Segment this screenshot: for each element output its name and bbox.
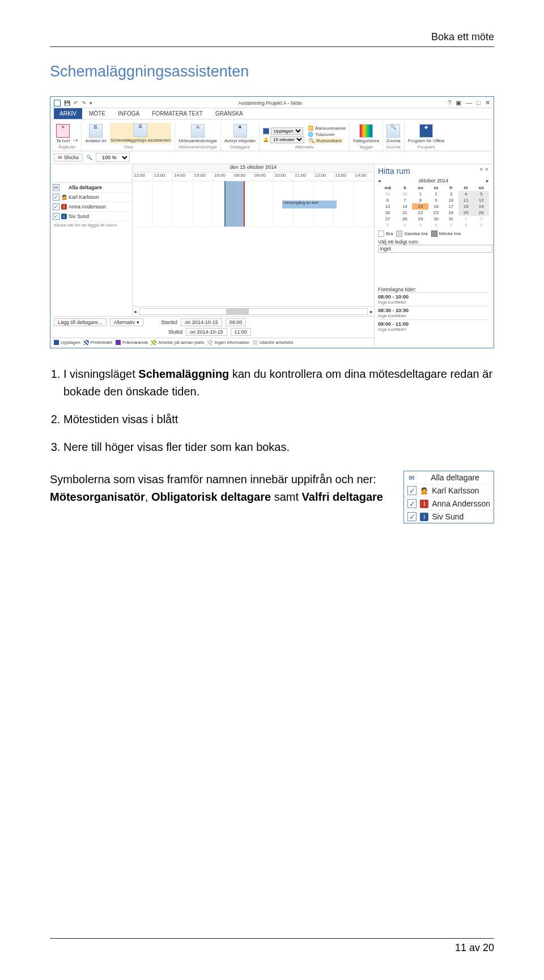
group-label: Mötesanteckningar [178,144,217,150]
ribbon-tabs: ARKIV MÖTE INFOGA FORMATERA TEXT GRANSKA [52,108,492,120]
attendee-enlarged: ✉Alla deltagare✓🙍Karl Karlsson✓iAnna And… [403,471,494,523]
minimize-icon[interactable]: — [466,99,472,106]
tab-granska[interactable]: GRANSKA [210,108,249,119]
suggested-times-title: Föreslagna tider: [378,287,489,292]
section-title: Schemaläggningsassistenten [50,63,494,80]
tab-arkiv[interactable]: ARKIV [54,108,82,119]
instruction-1: I visningsläget Schemaläggning kan du ko… [63,365,494,400]
office-apps-button[interactable]: ◆Program för Office [408,124,445,143]
reminder-select[interactable]: 15 minuter [270,136,304,143]
tab-infoga[interactable]: INFOGA [112,108,145,119]
attendee-row: ✓🙍Karl Karlsson [404,484,494,497]
recurrence-button[interactable]: 🔁Återkommande [308,126,346,131]
end-time[interactable]: 11:00 [231,328,252,336]
doc-header: Boka ett möte [50,31,494,43]
group-label: Visa [85,144,171,150]
show-as-select[interactable]: Upptagen [271,127,303,135]
group-label: Taggar [353,144,379,150]
window-titlebar: 💾 ↶ ↷ ▾ Avstämning Projekt A - Möte ? ▣ … [52,98,492,108]
legend: Upptagen Preliminärt Frånvarande Arbetar… [52,338,374,347]
attendee-row: ✓iAnna Andersson [404,497,494,510]
cal-month: oktober 2014 [419,178,449,184]
maximize-icon[interactable]: □ [477,99,481,106]
cal-prev-icon[interactable]: ◂ [378,178,381,184]
group-label: Zooma [386,144,401,150]
attendee-row[interactable]: ✓iAnna Andersson [52,202,132,212]
appointment-view-button[interactable]: 🗓Avtalad tid [85,124,106,143]
group-label: Program [408,144,445,150]
page-footer: 11 av 20 [50,938,494,954]
room-finder-pane: Hitta rum ▾ ✕ ◂ oktober 2014 ▸ måtiontof… [375,164,492,347]
ribbon: ✕Ta bort ⇢ Åtgärder 🗓Avtalad tid 🗓Schema… [52,120,492,151]
suggested-time[interactable]: 08:30 - 10:30Inga konflikter [378,306,489,319]
scheduling-assistant-button[interactable]: 🗓Schemaläggnings-assistenten [110,123,172,143]
group-label: Deltagare [224,144,256,150]
attendee-row: ✓iSiv Sund [404,510,494,523]
attendee-row[interactable]: ✉Alla deltagare [52,183,132,193]
reminder-icon: 🔔 [263,137,269,142]
room-select[interactable]: Inget [378,245,492,253]
instruction-list: I visningsläget Schemaläggning kan du ko… [63,365,494,456]
redo-icon[interactable]: ↷ [82,100,86,106]
meeting-notes-button[interactable]: NMötesanteckningar [178,124,217,143]
undo-icon[interactable]: ↶ [74,100,78,106]
tab-formatera[interactable]: FORMATERA TEXT [146,108,209,119]
room-finder-button[interactable]: 🔍Rumssökare [308,138,343,143]
header-rule [50,46,494,47]
mini-calendar[interactable]: måtiontofrlösö29301234567891011121314151… [378,185,489,228]
group-label: Åtgärder [56,144,78,150]
zoom-select[interactable]: 100 % [96,153,130,162]
meeting-band[interactable] [224,181,244,227]
schedule-grid[interactable]: Genomgång av and [133,181,374,227]
delete-button[interactable]: ✕Ta bort [56,124,70,143]
close-icon[interactable]: ✕ [485,99,490,106]
attendee-row[interactable]: ✓iSiv Sund [52,212,132,221]
suggested-time[interactable]: 08:00 - 10:00Inga konflikter [378,292,489,306]
app-icon [54,100,61,106]
pane-close-icon[interactable]: ▾ ✕ [480,167,489,178]
attendee-row[interactable]: ✓🙍Karl Karlsson [52,193,132,202]
send-button[interactable]: ✉ Skicka [54,154,83,161]
qat-dropdown-icon[interactable]: ▾ [90,100,92,106]
instruction-2: Mötestiden visas i blått [63,411,494,428]
zoom-button[interactable]: 🔍Zooma [386,124,401,143]
room-finder-title: Hitta rum [378,167,410,176]
instruction-3: Nere till höger visas fler tider som kan… [63,438,494,456]
suggested-time[interactable]: 09:00 - 11:00Inga konflikter [378,319,489,333]
end-label: Sluttid [168,329,182,335]
date-header: den 15 oktober 2014 [133,164,374,173]
categorize-button[interactable]: Kategorisera [353,124,379,143]
horizontal-scrollbar[interactable] [139,308,368,315]
cal-next-icon[interactable]: ▸ [486,178,489,184]
quick-save-icon[interactable]: 💾 [64,100,70,106]
start-time[interactable]: 09:00 [226,318,246,326]
cancel-invite-button[interactable]: ✖Avbryt inbjudan [224,124,256,143]
options-column: Upptagen 🔔15 minuter [263,127,304,143]
attendee-row: ✉Alla deltagare [404,471,494,484]
busy-block: Genomgång av and [282,201,337,208]
start-date[interactable]: on 2014-10-15 [181,318,222,326]
symbols-paragraph: Symbolerna som visas framför namnen inne… [50,471,396,506]
send-zoom-bar: ✉ Skicka 🔍 100 % [52,151,492,164]
add-name-hint[interactable]: Klicka här för att lägga till namn [52,221,132,229]
add-attendees-button[interactable]: Lägg till deltagare... [54,318,107,326]
end-date[interactable]: on 2014-10-15 [186,328,227,336]
screenshot: 💾 ↶ ↷ ▾ Avstämning Projekt A - Möte ? ▣ … [50,96,494,348]
start-label: Starttid [162,319,178,325]
room-pick-label: Välj ett ledigt rum: [378,239,489,245]
scroll-right-icon[interactable]: ▸ [370,309,373,314]
timezones-button[interactable]: 🌐Tidszoner [308,132,335,137]
scroll-left-icon[interactable]: ◂ [134,309,137,314]
help-icon[interactable]: ? [448,99,451,106]
group-label: Alternativ [263,144,346,150]
meeting-end-edge[interactable] [244,181,245,227]
tab-mote[interactable]: MÖTE [83,108,111,119]
page-number: 11 av 20 [50,942,494,954]
window-title: Avstämning Projekt A - Möte [96,100,444,106]
options-button[interactable]: Alternativ ▾ [110,318,143,326]
ribbon-collapse-icon[interactable]: ▣ [456,99,461,106]
calendar-dropdown-icon[interactable]: ⇢ [73,137,78,143]
zoom-icon: 🔍 [86,155,92,160]
